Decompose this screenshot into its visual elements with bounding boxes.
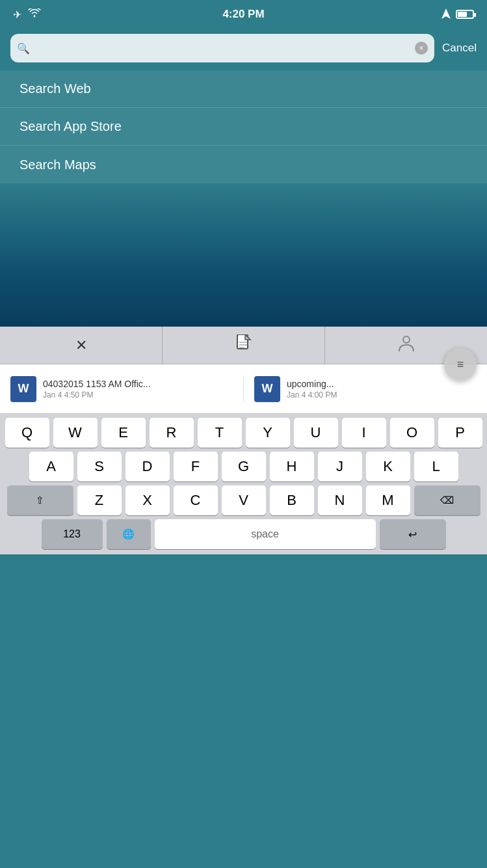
file-date-1: Jan 4 4:50 PM	[43, 390, 151, 400]
search-bar[interactable]: 🔍 ×	[10, 34, 434, 62]
suggestion-search-appstore[interactable]: Search App Store	[0, 108, 487, 146]
keyboard-row-4: 123 🌐 space ↩	[0, 515, 487, 554]
file-date-2: Jan 4 4:00 PM	[287, 390, 337, 400]
key-l[interactable]: L	[414, 452, 458, 481]
key-v[interactable]: V	[222, 485, 266, 515]
key-e[interactable]: E	[101, 418, 146, 448]
suggest-tab-document[interactable]	[163, 327, 325, 364]
recent-files: W 04032015 1153 AM Offic... Jan 4 4:50 P…	[0, 364, 487, 414]
key-delete[interactable]: ⌫	[414, 485, 480, 515]
suggestion-search-maps[interactable]: Search Maps	[0, 146, 487, 183]
suggestions-list: Search Web Search App Store Search Maps	[0, 70, 487, 183]
document-icon	[236, 334, 252, 357]
search-icon: 🔍	[17, 42, 30, 55]
status-right-icons	[441, 8, 474, 21]
key-x[interactable]: X	[125, 485, 170, 515]
key-b[interactable]: B	[270, 485, 314, 515]
key-numbers[interactable]: 123	[42, 519, 103, 549]
svg-point-0	[34, 16, 36, 18]
key-q[interactable]: Q	[5, 418, 49, 448]
key-w[interactable]: W	[53, 418, 98, 448]
status-bar: ✈ 4:20 PM	[0, 0, 487, 29]
recent-file-2[interactable]: W upcoming... Jan 4 4:00 PM	[244, 376, 487, 402]
status-time: 4:20 PM	[222, 8, 264, 21]
clear-button[interactable]: ×	[415, 42, 428, 55]
search-input[interactable]	[35, 42, 410, 55]
background-area	[0, 183, 487, 327]
key-p[interactable]: P	[438, 418, 482, 448]
keyboard-row-2: A S D F G H J K L	[0, 448, 487, 481]
floating-menu-button[interactable]: ≡	[444, 348, 477, 381]
key-g[interactable]: G	[222, 452, 266, 481]
search-area: 🔍 × Cancel	[0, 29, 487, 68]
close-icon: ✕	[75, 337, 87, 354]
battery-icon	[456, 10, 474, 19]
suggestion-search-web[interactable]: Search Web	[0, 70, 487, 108]
key-s[interactable]: S	[77, 452, 122, 481]
key-m[interactable]: M	[366, 485, 410, 515]
keyboard: Q W E R T Y U I O P A S D F G H J K L ⇧ …	[0, 414, 487, 554]
wifi-icon	[28, 8, 41, 20]
word-icon-1: W	[10, 376, 36, 402]
suggest-tab-close[interactable]: ✕	[0, 327, 163, 364]
file-name-2: upcoming...	[287, 379, 337, 389]
key-globe[interactable]: 🌐	[107, 519, 151, 549]
key-return[interactable]: ↩	[380, 519, 446, 549]
suggestion-label: Search App Store	[20, 119, 122, 134]
key-a[interactable]: A	[29, 452, 73, 481]
key-space[interactable]: space	[155, 519, 376, 549]
menu-icon: ≡	[457, 358, 464, 372]
key-u[interactable]: U	[294, 418, 338, 448]
key-i[interactable]: I	[342, 418, 386, 448]
key-n[interactable]: N	[318, 485, 362, 515]
key-j[interactable]: J	[318, 452, 362, 481]
file-info-1: 04032015 1153 AM Offic... Jan 4 4:50 PM	[43, 379, 151, 400]
key-y[interactable]: Y	[246, 418, 290, 448]
file-name-1: 04032015 1153 AM Offic...	[43, 379, 151, 389]
file-info-2: upcoming... Jan 4 4:00 PM	[287, 379, 337, 400]
key-h[interactable]: H	[270, 452, 314, 481]
recent-files-container: W 04032015 1153 AM Offic... Jan 4 4:50 P…	[0, 364, 487, 414]
suggestion-label: Search Web	[20, 81, 91, 96]
location-icon	[441, 8, 451, 21]
key-z[interactable]: Z	[77, 485, 122, 515]
key-t[interactable]: T	[198, 418, 242, 448]
key-d[interactable]: D	[125, 452, 170, 481]
keyboard-row-1: Q W E R T Y U I O P	[0, 414, 487, 448]
key-shift[interactable]: ⇧	[7, 485, 73, 515]
svg-point-5	[403, 336, 410, 343]
key-c[interactable]: C	[174, 485, 218, 515]
key-r[interactable]: R	[150, 418, 194, 448]
cancel-button[interactable]: Cancel	[442, 42, 477, 55]
airplane-icon: ✈	[13, 8, 21, 21]
status-left-icons: ✈	[13, 8, 41, 21]
keyboard-row-3: ⇧ Z X C V B N M ⌫	[0, 481, 487, 515]
person-icon	[398, 334, 415, 357]
key-k[interactable]: K	[366, 452, 410, 481]
word-icon-2: W	[254, 376, 280, 402]
keyboard-suggest-strip: ✕	[0, 327, 487, 364]
recent-file-1[interactable]: W 04032015 1153 AM Offic... Jan 4 4:50 P…	[0, 376, 244, 402]
key-o[interactable]: O	[390, 418, 434, 448]
key-f[interactable]: F	[174, 452, 218, 481]
suggestion-label: Search Maps	[20, 157, 96, 172]
